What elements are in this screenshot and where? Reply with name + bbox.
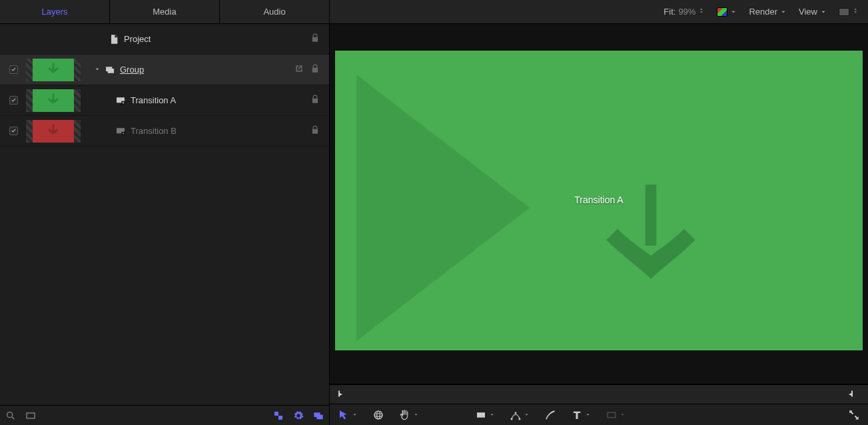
svg-point-14 — [511, 418, 513, 420]
svg-rect-17 — [608, 412, 616, 418]
canvas-panel: Fit: 99% Render View Transition A — [330, 0, 868, 425]
expand-fullscreen-icon[interactable] — [848, 409, 860, 421]
svg-point-4 — [7, 412, 13, 417]
layers-panel: Layers Media Audio Project — [0, 0, 330, 425]
canvas-viewport[interactable]: Transition A — [330, 24, 868, 384]
visibility-checkbox[interactable] — [9, 96, 18, 105]
view-menu[interactable]: View — [799, 7, 827, 17]
canvas-header-toolbar: Fit: 99% Render View — [330, 0, 868, 24]
svg-rect-6 — [274, 412, 278, 416]
canvas-toolbar — [330, 404, 868, 425]
svg-point-10 — [374, 411, 382, 419]
layer-row-transition-b[interactable]: Transition B — [0, 116, 329, 147]
mini-timeline[interactable] — [330, 384, 868, 404]
layer-thumbnail — [26, 59, 81, 81]
svg-rect-5 — [27, 413, 35, 418]
canvas-overlay-text: Transition A — [574, 195, 623, 205]
down-arrow-graphic — [571, 168, 731, 303]
frame-stack-icon[interactable] — [313, 410, 324, 421]
fit-label: Fit: — [663, 7, 675, 17]
group-label: Group — [117, 65, 294, 75]
viewport-icon — [839, 8, 849, 16]
render-menu[interactable]: Render — [749, 7, 787, 17]
stepper-icon — [698, 6, 705, 17]
tab-audio[interactable]: Audio — [220, 0, 329, 23]
mask-rect-tool[interactable] — [606, 409, 626, 421]
layer-label: Transition A — [128, 95, 310, 105]
isolate-icon[interactable] — [294, 64, 304, 75]
text-tool[interactable] — [571, 409, 591, 421]
zoom-fit-control[interactable]: Fit: 99% — [663, 6, 705, 17]
svg-point-16 — [515, 412, 517, 414]
tab-media[interactable]: Media — [110, 0, 220, 23]
svg-point-11 — [374, 413, 382, 416]
view-label: View — [799, 7, 817, 17]
select-tool[interactable] — [338, 409, 358, 421]
layer-thumbnail — [26, 89, 81, 112]
pan-tool[interactable] — [399, 409, 419, 421]
svg-point-15 — [519, 418, 521, 420]
project-row[interactable]: Project — [0, 24, 329, 55]
placeholder-clip-icon — [113, 95, 128, 106]
frame-icon[interactable] — [25, 410, 36, 421]
pen-bezier-tool[interactable] — [510, 409, 530, 421]
gear-icon[interactable] — [293, 410, 304, 421]
disclosure-triangle[interactable] — [92, 65, 103, 75]
rgb-swatch-icon — [717, 7, 727, 17]
3d-transform-tool[interactable] — [372, 409, 384, 421]
lock-icon[interactable] — [310, 95, 320, 106]
svg-rect-7 — [278, 416, 282, 420]
project-label: Project — [121, 34, 310, 44]
fit-value: 99% — [678, 7, 695, 17]
group-stack-icon — [103, 65, 117, 75]
visibility-checkbox[interactable] — [9, 127, 18, 135]
mask-checker-icon[interactable] — [273, 410, 284, 421]
render-label: Render — [749, 7, 777, 17]
out-point-marker-icon[interactable] — [847, 388, 855, 401]
layer-list: Project — [0, 24, 329, 405]
group-row[interactable]: Group — [0, 55, 329, 85]
rectangle-shape-tool[interactable] — [475, 409, 495, 421]
stepper-icon — [852, 6, 859, 17]
canvas-content: Transition A — [335, 51, 863, 350]
layer-thumbnail — [26, 120, 81, 143]
lock-icon[interactable] — [310, 64, 320, 75]
play-triangle-graphic — [356, 75, 530, 341]
in-point-marker-icon[interactable] — [336, 388, 344, 401]
layer-row-transition-a[interactable]: Transition A — [0, 85, 329, 116]
color-channels-control[interactable] — [717, 7, 737, 17]
panel-tab-bar: Layers Media Audio — [0, 0, 329, 24]
tab-layers[interactable]: Layers — [0, 0, 110, 23]
document-icon — [107, 34, 121, 45]
layer-label: Transition B — [128, 126, 310, 136]
layers-footer-toolbar — [0, 405, 329, 425]
paint-stroke-tool[interactable] — [544, 409, 556, 421]
search-icon[interactable] — [5, 410, 16, 421]
placeholder-clip-icon — [113, 126, 128, 137]
svg-rect-9 — [316, 414, 322, 419]
lock-icon[interactable] — [310, 33, 320, 45]
viewport-layout-control[interactable] — [839, 6, 859, 17]
svg-rect-13 — [477, 412, 485, 418]
visibility-checkbox[interactable] — [9, 65, 18, 74]
svg-point-12 — [377, 411, 380, 419]
lock-icon[interactable] — [310, 125, 320, 137]
